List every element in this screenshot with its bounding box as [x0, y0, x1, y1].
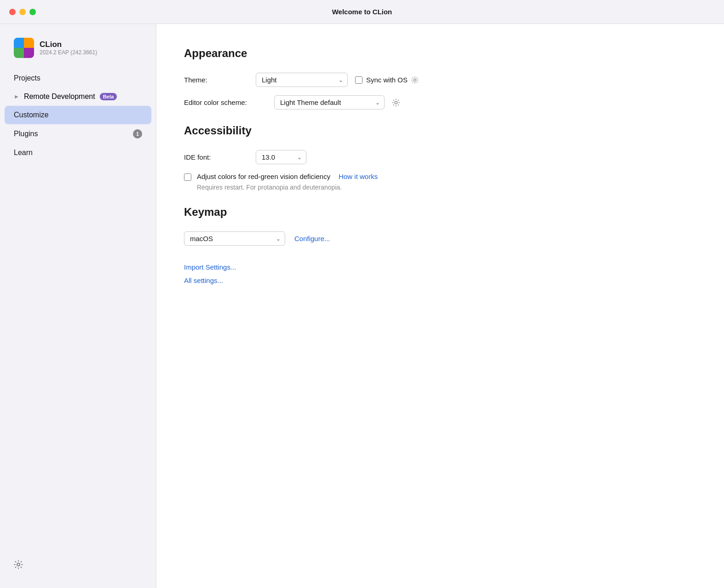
beta-badge: Beta — [100, 93, 117, 100]
keymap-select-wrap: macOS Windows Linux Eclipse Emacs NetBea… — [184, 231, 285, 246]
scheme-gear-icon — [392, 98, 400, 107]
logo-q2 — [24, 38, 34, 48]
chevron-right-icon: ► — [14, 93, 19, 100]
sidebar-item-remote-development[interactable]: ► Remote Development Beta — [0, 87, 156, 106]
theme-label: Theme: — [184, 76, 248, 84]
sidebar-item-learn[interactable]: Learn — [0, 144, 156, 162]
editor-scheme-label: Editor color scheme: — [184, 98, 267, 106]
sidebar-bottom — [0, 553, 156, 579]
main-layout: CLion 2024.2 EAP (242.3661) Projects ► R… — [0, 24, 724, 588]
titlebar: Welcome to CLion — [0, 0, 724, 24]
maximize-button[interactable] — [29, 9, 36, 15]
accessibility-section: Accessibility IDE font: 10.0 11.0 12.0 1… — [184, 124, 696, 191]
plugins-badge: 1 — [133, 129, 142, 138]
color-deficiency-label[interactable]: Adjust colors for red-green vision defic… — [197, 173, 330, 180]
sidebar-item-projects[interactable]: Projects — [0, 69, 156, 87]
appearance-title: Appearance — [184, 47, 696, 60]
editor-scheme-row: Editor color scheme: Light Theme default… — [184, 95, 696, 110]
logo-text: CLion 2024.2 EAP (242.3661) — [40, 40, 97, 56]
color-deficiency-row: Adjust colors for red-green vision defic… — [184, 173, 696, 181]
keymap-title: Keymap — [184, 206, 696, 219]
appearance-section: Appearance Theme: Light Dark High Contra… — [184, 47, 696, 110]
main-content: Appearance Theme: Light Dark High Contra… — [156, 24, 724, 588]
app-logo-icon — [14, 38, 34, 58]
sidebar-item-plugins[interactable]: Plugins 1 — [0, 124, 156, 144]
scheme-select-wrap: Light Theme default Darcula High contras… — [274, 95, 385, 110]
logo-q4 — [24, 48, 34, 58]
sidebar-item-label-projects: Projects — [14, 74, 40, 82]
sync-os-label[interactable]: Sync with OS — [366, 76, 408, 84]
how-it-works-link[interactable]: How it works — [339, 173, 378, 180]
titlebar-title: Welcome to CLion — [332, 8, 392, 16]
keymap-select[interactable]: macOS Windows Linux Eclipse Emacs NetBea… — [184, 231, 285, 246]
all-settings-button[interactable]: All settings... — [184, 274, 223, 287]
logo-q3 — [14, 48, 24, 58]
window-controls — [9, 9, 36, 15]
theme-select-wrap: Light Dark High Contrast System Default … — [256, 73, 348, 87]
settings-gear-button[interactable] — [14, 560, 23, 571]
sidebar-item-label-customize: Customize — [14, 111, 49, 119]
theme-select[interactable]: Light Dark High Contrast System Default — [256, 73, 348, 87]
color-deficiency-checkbox[interactable] — [184, 173, 191, 181]
svg-point-1 — [414, 79, 416, 81]
sidebar: CLion 2024.2 EAP (242.3661) Projects ► R… — [0, 24, 156, 588]
sync-gear-icon — [411, 76, 419, 84]
app-name: CLion — [40, 40, 97, 49]
keymap-section: Keymap macOS Windows Linux Eclipse Emacs… — [184, 206, 696, 287]
import-settings-button[interactable]: Import Settings... — [184, 260, 236, 274]
close-button[interactable] — [9, 9, 16, 15]
restart-note: Requires restart. For protanopia and deu… — [197, 184, 696, 191]
gear-icon — [14, 560, 23, 569]
scheme-gear-button[interactable] — [392, 98, 400, 107]
editor-scheme-select[interactable]: Light Theme default Darcula High contras… — [274, 95, 385, 110]
sync-os-row: Sync with OS — [355, 76, 419, 84]
configure-link[interactable]: Configure... — [294, 235, 330, 242]
sidebar-item-customize[interactable]: Customize — [5, 106, 151, 124]
sync-os-gear-button[interactable] — [411, 76, 419, 84]
logo-q1 — [14, 38, 24, 48]
app-version: 2024.2 EAP (242.3661) — [40, 49, 97, 56]
sidebar-item-label-learn: Learn — [14, 149, 33, 157]
color-deficiency-section: Adjust colors for red-green vision defic… — [184, 173, 696, 191]
sync-os-checkbox[interactable] — [355, 76, 362, 84]
svg-point-2 — [395, 101, 397, 104]
sidebar-item-label-plugins: Plugins — [14, 130, 38, 138]
keymap-row: macOS Windows Linux Eclipse Emacs NetBea… — [184, 231, 696, 246]
accessibility-title: Accessibility — [184, 124, 696, 137]
sidebar-logo: CLion 2024.2 EAP (242.3661) — [0, 33, 156, 69]
sidebar-item-label-remote-development: Remote Development — [24, 92, 95, 101]
ide-font-row: IDE font: 10.0 11.0 12.0 13.0 14.0 16.0 … — [184, 150, 696, 164]
theme-row: Theme: Light Dark High Contrast System D… — [184, 73, 696, 87]
svg-point-0 — [17, 563, 20, 566]
font-label: IDE font: — [184, 153, 248, 161]
font-select-wrap: 10.0 11.0 12.0 13.0 14.0 16.0 ⌄ — [256, 150, 306, 164]
minimize-button[interactable] — [19, 9, 26, 15]
font-size-select[interactable]: 10.0 11.0 12.0 13.0 14.0 16.0 — [256, 150, 306, 164]
